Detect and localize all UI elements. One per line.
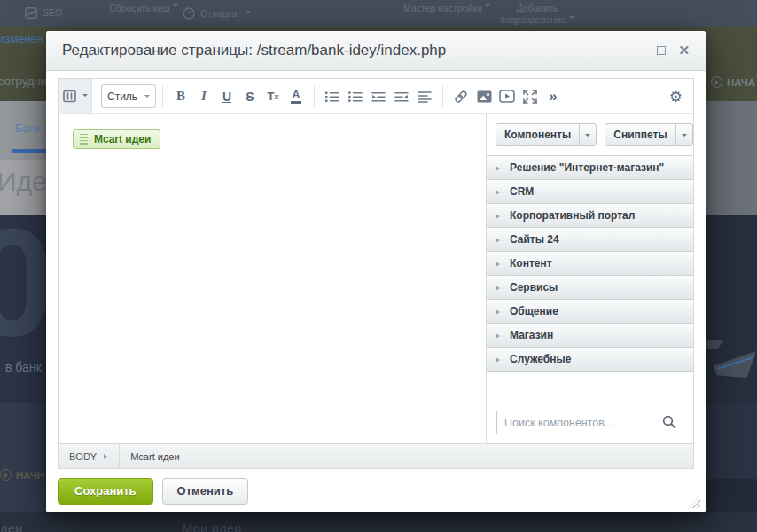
save-button[interactable]: Сохранить	[58, 478, 153, 505]
bullet-list-button[interactable]	[344, 85, 367, 108]
gear-icon[interactable]: ⚙	[669, 88, 683, 106]
topbar-item-add-section[interactable]: Добавить подразделение	[486, 3, 589, 26]
topbar-item-debug[interactable]: Отладка	[183, 7, 251, 20]
category-sites24[interactable]: Сайты 24	[487, 228, 693, 252]
chevron-down-icon	[569, 16, 574, 21]
video-icon	[499, 90, 515, 103]
indent-button[interactable]	[367, 85, 390, 108]
style-select[interactable]: Стиль	[101, 84, 156, 108]
dialog-footer: Сохранить Отменить	[46, 469, 706, 512]
bg-bottom-tab: Мои идеи	[182, 520, 241, 532]
bg-start-right-link: НАЧА	[711, 76, 755, 88]
ordered-list-button[interactable]	[321, 85, 344, 108]
bg-right-gray	[705, 101, 757, 215]
insert-image-button[interactable]	[472, 85, 496, 108]
category-store[interactable]: Магазин	[487, 324, 693, 348]
component-search	[487, 411, 693, 443]
text-color-button[interactable]: A	[285, 85, 308, 108]
chevron-right-icon	[496, 190, 503, 195]
fullscreen-button[interactable]	[519, 85, 542, 108]
chevron-right-icon	[496, 262, 503, 267]
ordered-list-icon	[325, 90, 339, 103]
chevron-down-icon	[144, 95, 150, 100]
cancel-button[interactable]: Отменить	[162, 478, 249, 505]
chevron-down-icon	[585, 134, 590, 139]
fullscreen-icon	[523, 90, 537, 104]
chart-icon	[25, 7, 37, 19]
breadcrumb-body[interactable]: BODY	[59, 451, 104, 462]
editor-content: Mcart идеи Компоненты Сниппеты	[59, 114, 693, 443]
color-bar	[291, 101, 301, 104]
outdent-icon	[394, 90, 409, 103]
chevron-right-icon	[496, 238, 503, 243]
dialog-body: Стиль B I U S Tx A	[46, 71, 706, 469]
snippets-dropdown-button[interactable]	[675, 124, 692, 145]
underline-button[interactable]: U	[215, 85, 238, 108]
breadcrumb-current[interactable]: Mcart идеи	[120, 451, 179, 462]
dialog-title: Редактирование страницы: /stream/bank-id…	[62, 42, 657, 59]
component-block-icon	[63, 90, 78, 103]
bg-right-navy-lower	[705, 403, 757, 479]
strikethrough-button[interactable]: S	[238, 85, 261, 108]
topbar-item-reset-cache[interactable]: Сбросить кеш	[106, 3, 181, 14]
dialog-titlebar: Редактирование страницы: /stream/bank-id…	[46, 31, 706, 71]
category-eshop[interactable]: Решение "Интернет-магазин"	[487, 156, 693, 180]
chevron-down-icon	[246, 11, 251, 16]
maximize-icon[interactable]	[657, 46, 666, 55]
components-panel-toggle-button[interactable]	[59, 79, 92, 113]
components-dropdown-button[interactable]	[579, 124, 596, 145]
chevron-right-icon	[104, 454, 110, 459]
snippets-button[interactable]: Сниппеты	[605, 123, 692, 146]
italic-button[interactable]: I	[192, 85, 215, 108]
indent-icon	[371, 90, 386, 103]
more-tools-button[interactable]: »	[542, 85, 565, 108]
chevron-right-icon	[496, 357, 503, 363]
editor-breadcrumb: BODY Mcart идеи	[59, 443, 693, 468]
outdent-button[interactable]	[390, 85, 413, 108]
category-crm[interactable]: CRM	[487, 180, 693, 204]
panel-spacer	[487, 372, 693, 411]
link-icon	[453, 90, 469, 104]
topbar-item-seo[interactable]: SEO	[25, 7, 62, 19]
toolbar-divider	[314, 86, 315, 107]
category-content[interactable]: Контент	[487, 252, 693, 276]
bg-changed-link: изменен	[0, 32, 43, 45]
chevron-down-icon	[82, 94, 88, 99]
components-button[interactable]: Компоненты	[496, 123, 597, 146]
category-services[interactable]: Сервисы	[487, 276, 693, 300]
insert-video-button[interactable]	[496, 85, 519, 108]
bg-bank-tab: Банк	[15, 121, 41, 135]
editable-area[interactable]: Mcart идеи	[59, 114, 486, 443]
search-icon[interactable]	[662, 415, 676, 429]
category-communication[interactable]: Общение	[487, 300, 693, 324]
image-icon	[477, 90, 492, 103]
chevron-right-icon	[496, 286, 503, 291]
align-left-icon	[418, 90, 432, 103]
editor-frame: Стиль B I U S Tx A	[58, 78, 694, 469]
bg-bottom-fragment: деи	[0, 520, 22, 532]
bg-bottom-band	[0, 512, 757, 532]
component-search-input[interactable]	[496, 411, 683, 434]
bg-bank-caption: в банк	[5, 360, 42, 374]
insert-link-button[interactable]	[449, 85, 472, 108]
chevron-right-icon	[496, 309, 503, 315]
admin-topbar: SEO Сбросить кеш Отладка Мастер настройк…	[0, 0, 757, 27]
align-button[interactable]	[413, 85, 436, 108]
toolbar-divider	[442, 86, 443, 107]
topbar-item-setup-wizard[interactable]: Мастер настройки	[401, 3, 493, 14]
category-intranet[interactable]: Корпоративный портал	[487, 204, 693, 228]
play-circle-icon	[0, 469, 12, 481]
chevron-right-icon	[496, 333, 503, 339]
toolbar-divider	[162, 86, 163, 107]
bold-button[interactable]: B	[169, 85, 192, 108]
clear-format-button[interactable]: Tx	[261, 85, 285, 108]
play-circle-icon	[711, 76, 722, 88]
component-chip[interactable]: Mcart идеи	[73, 129, 160, 149]
close-icon[interactable]: ✕	[678, 46, 690, 55]
edit-page-dialog: Редактирование страницы: /stream/bank-id…	[46, 31, 706, 512]
category-utility[interactable]: Служебные	[487, 348, 693, 372]
screen: изменен сотрудни Банк Идей 0 в банк НАЧН…	[0, 0, 757, 532]
bg-start-left-link: НАЧН	[0, 469, 44, 481]
components-panel: Компоненты Сниппеты Решение "И	[486, 114, 693, 443]
chevron-right-icon	[496, 166, 503, 171]
